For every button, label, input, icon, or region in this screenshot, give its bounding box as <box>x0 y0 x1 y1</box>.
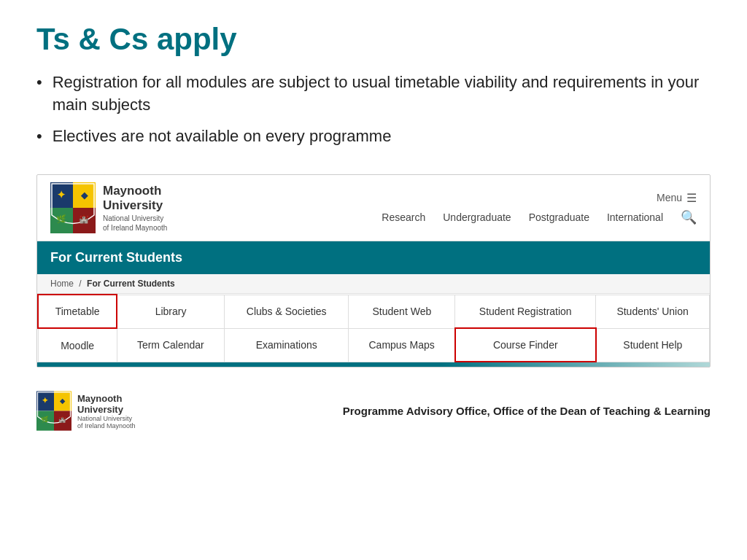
nav-research[interactable]: Research <box>382 211 425 223</box>
green-header-text: For Current Students <box>50 250 182 265</box>
uni-topbar: ✦ ◆ 🌿 🏰 Maynooth University National Uni… <box>37 175 710 241</box>
search-icon[interactable]: 🔍 <box>681 209 697 225</box>
grid-cell-timetable[interactable]: Timetable <box>38 295 117 328</box>
svg-text:🏰: 🏰 <box>79 214 89 224</box>
breadcrumb-sep: / <box>79 279 81 289</box>
logo-shield-icon: ✦ ◆ 🌿 🏰 <box>50 182 96 233</box>
bullet-text-1: Registration for all modules are subject… <box>53 71 711 117</box>
logo-text-block: Maynooth University National University … <box>103 184 167 233</box>
grid-cell-student-reg[interactable]: Student Registration <box>455 295 596 328</box>
bullet-list: Registration for all modules are subject… <box>36 71 711 156</box>
footer: ✦ ◆ 🌿 🏰 Maynooth University National Uni… <box>36 382 711 431</box>
footer-logo-sub: National University of Ireland Maynooth <box>77 415 136 429</box>
logo-name: Maynooth University <box>103 184 167 214</box>
bottom-teal-bar <box>37 362 710 367</box>
green-header-bar: For Current Students <box>37 241 710 274</box>
svg-text:✦: ✦ <box>57 189 66 201</box>
grid-cell-exams[interactable]: Examinations <box>224 328 349 362</box>
grid-cell-students-union[interactable]: Students' Union <box>596 295 710 328</box>
svg-text:🌿: 🌿 <box>56 214 66 224</box>
uni-nav-right: Menu ☰ Research Undergraduate Postgradua… <box>382 191 697 225</box>
grid-cell-student-help[interactable]: Student Help <box>596 328 710 362</box>
grid-cell-library[interactable]: Library <box>117 295 224 328</box>
nav-links: Research Undergraduate Postgraduate Inte… <box>382 209 697 225</box>
footer-caption: Programme Advisory Office, Office of the… <box>343 405 711 417</box>
uni-logo: ✦ ◆ 🌿 🏰 Maynooth University National Uni… <box>50 182 167 233</box>
grid-cell-moodle[interactable]: Moodle <box>38 328 117 362</box>
grid-table: Timetable Library Clubs & Societies Stud… <box>37 294 710 362</box>
logo-sub: National University of Ireland Maynooth <box>103 214 167 233</box>
svg-text:◆: ◆ <box>59 398 66 405</box>
footer-logo: ✦ ◆ 🌿 🏰 Maynooth University National Uni… <box>36 391 136 431</box>
breadcrumb-current: For Current Students <box>87 279 175 289</box>
svg-text:🏰: 🏰 <box>58 416 66 424</box>
bullet-item-2: Electives are not available on every pro… <box>36 125 711 148</box>
nav-postgraduate[interactable]: Postgraduate <box>529 211 589 223</box>
grid-row-2: Moodle Term Calendar Examinations Campus… <box>38 328 710 362</box>
grid-cell-course-finder[interactable]: Course Finder <box>455 328 596 362</box>
breadcrumb-home[interactable]: Home <box>50 279 74 289</box>
svg-text:✦: ✦ <box>42 397 48 405</box>
menu-bar[interactable]: Menu ☰ <box>657 191 697 205</box>
nav-international[interactable]: International <box>607 211 663 223</box>
grid-cell-clubs[interactable]: Clubs & Societies <box>224 295 349 328</box>
nav-undergraduate[interactable]: Undergraduate <box>443 211 511 223</box>
grid-row-1: Timetable Library Clubs & Societies Stud… <box>38 295 710 328</box>
menu-label: Menu <box>657 192 682 203</box>
breadcrumb: Home / For Current Students <box>37 274 710 294</box>
footer-logo-name: Maynooth University <box>77 393 136 415</box>
footer-shield-icon: ✦ ◆ 🌿 🏰 <box>36 391 71 431</box>
bullet-item-1: Registration for all modules are subject… <box>36 71 711 117</box>
grid-cell-campus-maps[interactable]: Campus Maps <box>349 328 455 362</box>
bullet-text-2: Electives are not available on every pro… <box>53 125 392 148</box>
slide: Ts & Cs apply Registration for all modul… <box>0 0 747 560</box>
footer-logo-text-block: Maynooth University National University … <box>77 393 136 429</box>
grid-cell-term-cal[interactable]: Term Calendar <box>117 328 224 362</box>
slide-title: Ts & Cs apply <box>36 22 711 57</box>
grid-cell-student-web[interactable]: Student Web <box>349 295 455 328</box>
svg-text:◆: ◆ <box>80 190 88 201</box>
hamburger-icon: ☰ <box>686 191 697 205</box>
university-website: ✦ ◆ 🌿 🏰 Maynooth University National Uni… <box>36 174 711 368</box>
svg-text:🌿: 🌿 <box>41 416 49 424</box>
